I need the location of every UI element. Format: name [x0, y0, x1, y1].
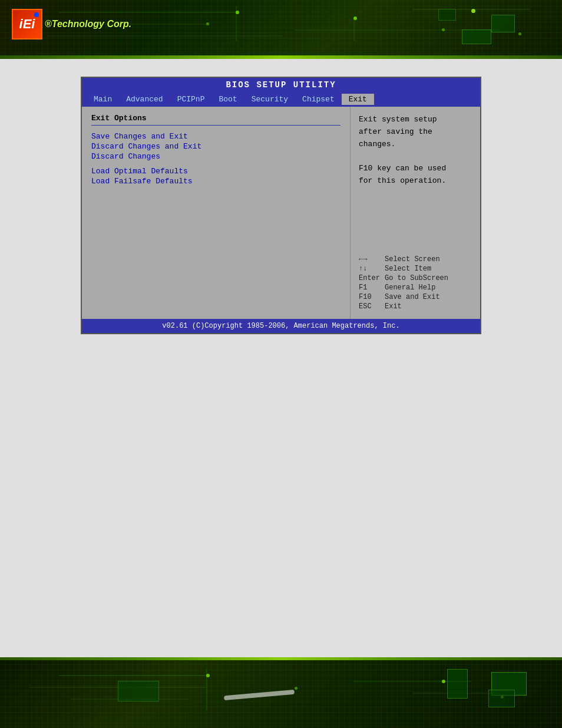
option-load-optimal[interactable]: Load Optimal Defaults	[91, 166, 340, 176]
key-lr-desc: Select Screen	[385, 255, 440, 263]
menu-item-main[interactable]: Main	[87, 94, 119, 105]
keybind-section: ←→ Select Screen ↑↓ Select Item Enter Go…	[359, 255, 472, 312]
key-f10-desc: Save and Exit	[385, 293, 440, 301]
key-f1-desc: General Help	[385, 284, 435, 292]
menu-item-pcipnp[interactable]: PCIPnP	[170, 94, 212, 105]
menu-item-chipset[interactable]: Chipset	[295, 94, 342, 105]
bottom-circuit-banner	[0, 657, 562, 728]
key-f1: F1	[359, 284, 381, 292]
menu-item-exit[interactable]: Exit	[342, 94, 374, 105]
key-enter: Enter	[359, 274, 381, 282]
right-panel: Exit system setup after saving the chang…	[351, 107, 480, 319]
left-panel: Exit Options Save Changes and Exit Disca…	[82, 107, 351, 319]
key-f10: F10	[359, 293, 381, 301]
option-discard-changes-exit[interactable]: Discard Changes and Exit	[91, 141, 340, 151]
logo-subtitle: ®Technology Corp.	[45, 19, 131, 29]
keybind-select-screen: ←→ Select Screen	[359, 255, 472, 263]
option-load-failsafe[interactable]: Load Failsafe Defaults	[91, 176, 340, 186]
logo-text: iEi	[19, 17, 35, 32]
keybind-f10: F10 Save and Exit	[359, 293, 472, 301]
section-divider	[91, 125, 340, 126]
bios-menu-bar: Main Advanced PCIPnP Boot Security Chips…	[82, 92, 480, 107]
logo-dot	[34, 12, 39, 17]
top-circuit-banner: iEi ®Technology Corp.	[0, 0, 562, 59]
bios-footer: v02.61 (C)Copyright 1985-2006, American …	[82, 319, 480, 333]
menu-item-boot[interactable]: Boot	[211, 94, 244, 105]
bios-title: BIOS SETUP UTILITY	[82, 78, 480, 92]
bios-panel: Exit Options Save Changes and Exit Disca…	[82, 107, 480, 319]
option-discard-changes[interactable]: Discard Changes	[91, 151, 340, 162]
section-title: Exit Options	[91, 114, 340, 123]
help-line-2: after saving the	[359, 127, 432, 136]
logo-box: iEi	[12, 9, 42, 39]
help-text: Exit system setup after saving the chang…	[359, 114, 472, 187]
key-esc-desc: Exit	[385, 302, 402, 311]
keybind-esc: ESC Exit	[359, 302, 472, 311]
key-lr-arrow: ←→	[359, 255, 381, 263]
menu-item-advanced[interactable]: Advanced	[119, 94, 170, 105]
keybind-select-item: ↑↓ Select Item	[359, 265, 472, 273]
bottom-circuit-decoration	[0, 657, 562, 728]
logo-container: iEi ®Technology Corp.	[12, 9, 131, 39]
help-line-3: changes.	[359, 140, 395, 149]
help-line-6: for this operation.	[359, 176, 446, 185]
key-ud-arrow: ↑↓	[359, 265, 381, 273]
help-line-1: Exit system setup	[359, 115, 437, 124]
menu-item-security[interactable]: Security	[244, 94, 295, 105]
keybind-enter: Enter Go to SubScreen	[359, 274, 472, 282]
content-area: BIOS SETUP UTILITY Main Advanced PCIPnP …	[0, 59, 562, 657]
keybind-f1: F1 General Help	[359, 284, 472, 292]
bios-setup-box: BIOS SETUP UTILITY Main Advanced PCIPnP …	[81, 77, 481, 334]
key-ud-desc: Select Item	[385, 265, 431, 273]
key-esc: ESC	[359, 302, 381, 311]
option-save-changes-exit[interactable]: Save Changes and Exit	[91, 131, 340, 141]
help-line-5: F10 key can be used	[359, 164, 446, 173]
key-enter-desc: Go to SubScreen	[385, 274, 448, 282]
